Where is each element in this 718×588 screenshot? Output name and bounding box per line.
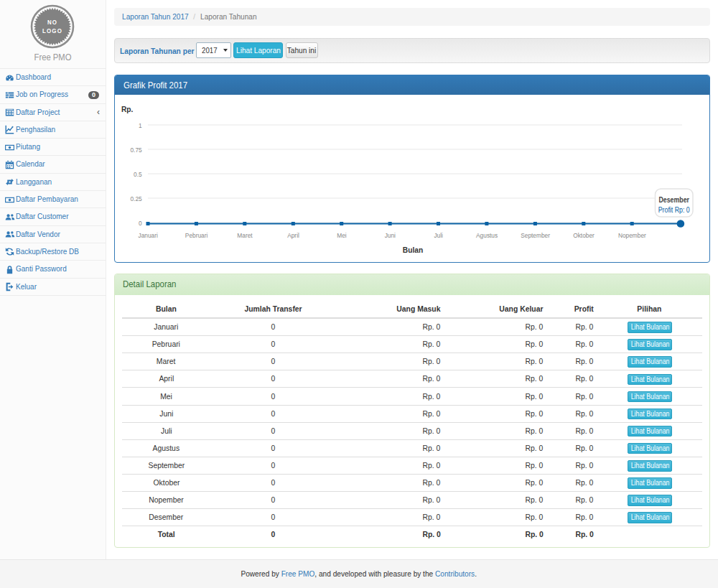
svg-text:Juli: Juli (434, 232, 443, 240)
svg-text:Pebruari: Pebruari (185, 232, 208, 240)
svg-text:1: 1 (139, 121, 142, 129)
svg-text:0: 0 (139, 219, 142, 227)
svg-text:Mei: Mei (337, 232, 346, 240)
svg-text:Agustus: Agustus (476, 232, 498, 240)
svg-text:September: September (521, 232, 550, 240)
svg-text:NO: NO (47, 18, 57, 26)
svg-text:Bulan: Bulan (402, 245, 422, 254)
svg-text:Desember: Desember (658, 195, 689, 204)
svg-text:0.25: 0.25 (130, 195, 141, 202)
svg-text:Rp.: Rp. (121, 104, 133, 113)
svg-text:0.5: 0.5 (134, 170, 142, 178)
svg-text:0.75: 0.75 (130, 146, 141, 154)
svg-text:LOGO: LOGO (42, 27, 62, 34)
svg-text:Profit Rp: 0: Profit Rp: 0 (658, 205, 689, 214)
svg-text:Januari: Januari (138, 232, 157, 240)
svg-text:April: April (287, 232, 299, 240)
svg-text:Oktober: Oktober (573, 232, 595, 240)
svg-text:Maret: Maret (237, 232, 253, 240)
svg-text:Nopember: Nopember (617, 232, 645, 240)
svg-text:Juni: Juni (384, 232, 395, 240)
